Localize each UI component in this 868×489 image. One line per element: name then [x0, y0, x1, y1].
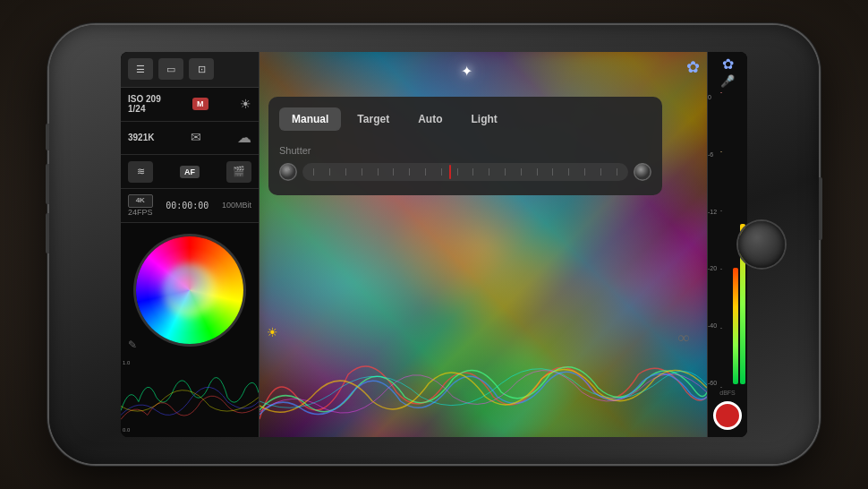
vu-scale: 0 -6 -12 -20 -40 -60	[708, 92, 733, 388]
list-icon: ☰	[136, 64, 145, 75]
record-button[interactable]	[713, 401, 742, 430]
shutter-slider-row	[279, 163, 651, 181]
stabilize-icon: ≋	[137, 166, 145, 177]
left-panel: ☰ ▭ ⊡ ISO 209 1/24 M ☀ 3921K	[121, 52, 260, 437]
tab-light[interactable]: Light	[458, 107, 509, 131]
cloud-icon: ☁	[237, 129, 251, 146]
video-icon: 🎬	[233, 166, 245, 177]
edit-icon[interactable]: ✎	[128, 339, 137, 352]
timecode-row: 4K 24FPS 00:00:00 100MBit	[121, 189, 259, 223]
exposure-dot: ☀	[267, 325, 278, 340]
timecode-display: 00:00:00	[166, 201, 208, 210]
exposure-popup: Manual Target Auto Light Shutter	[268, 97, 662, 195]
frame-button[interactable]: ▭	[158, 58, 183, 80]
svg-text:1.0: 1.0	[123, 360, 131, 365]
af-badge: AF	[180, 166, 200, 178]
slider-thumb-right[interactable]	[634, 163, 651, 181]
wb-icon: ✉	[191, 130, 201, 145]
volume-down-button[interactable]	[46, 213, 49, 253]
list-button[interactable]: ☰	[128, 58, 153, 80]
phone-shell: ☰ ▭ ⊡ ISO 209 1/24 M ☀ 3921K	[49, 25, 819, 464]
screen: ☰ ▭ ⊡ ISO 209 1/24 M ☀ 3921K	[121, 52, 747, 437]
manual-badge: M	[192, 98, 208, 110]
wb-label: 3921K	[128, 133, 154, 142]
shutter-section: Shutter	[279, 142, 651, 184]
slider-thumb-left[interactable]	[279, 163, 297, 181]
shutter-needle	[449, 165, 451, 179]
tab-auto[interactable]: Auto	[405, 107, 455, 131]
shutter-label: 1/24	[128, 104, 161, 114]
exposure-tabs: Manual Target Auto Light	[279, 107, 651, 131]
macro-icon[interactable]: ✿	[686, 57, 700, 77]
camera-icon: ⊡	[198, 64, 206, 75]
dbfs-label: dBFS	[719, 390, 736, 396]
svg-text:0.0: 0.0	[123, 427, 131, 433]
tab-target[interactable]: Target	[345, 107, 402, 131]
svg-point-3	[634, 164, 651, 180]
volume-up-button[interactable]	[46, 164, 49, 204]
camera-switch-button[interactable]: ⊡	[189, 58, 214, 80]
tab-manual[interactable]: Manual	[279, 107, 341, 131]
color-wheel	[136, 236, 243, 344]
bitrate-label: 100MBit	[222, 201, 251, 210]
toolbar: ☰ ▭ ⊡	[121, 52, 259, 88]
tick-marks	[302, 163, 628, 181]
light-star-icon: ✦	[461, 63, 472, 80]
vu-ticks	[720, 92, 722, 388]
infinity-icon: ∞	[677, 329, 689, 347]
stabilize-button[interactable]: ≋	[128, 161, 153, 183]
shutter-label: Shutter	[279, 145, 651, 156]
iso-row[interactable]: ISO 209 1/24 M ☀	[121, 88, 259, 122]
home-button[interactable]	[738, 221, 785, 268]
iso-label: ISO 209	[128, 94, 161, 104]
svg-point-2	[280, 164, 296, 180]
main-camera-view: ✦ ✿ ∞ ☀ Manual Target Auto Light Shutter	[260, 52, 707, 437]
colorwheel-area[interactable]: ✎	[121, 223, 259, 357]
fps-label: 24FPS	[128, 208, 153, 217]
sun-icon: ☀	[240, 97, 251, 112]
mic-icon: 🎤	[720, 74, 735, 89]
vu-bar-left	[733, 92, 738, 384]
power-button[interactable]	[819, 177, 822, 240]
mute-button[interactable]	[46, 124, 49, 150]
wheel-blob	[163, 263, 217, 317]
video-mode-button[interactable]: 🎬	[226, 161, 251, 183]
resolution-badge: 4K	[128, 194, 153, 208]
shutter-slider-track[interactable]	[302, 163, 628, 181]
wb-row[interactable]: 3921K ✉ ☁	[121, 122, 259, 156]
tulip-icon[interactable]: ✿	[722, 56, 734, 73]
stabilize-row[interactable]: ≋ AF 🎬	[121, 155, 259, 189]
frame-icon: ▭	[166, 64, 175, 75]
waveform-panel: 1.0 0.0	[121, 357, 259, 437]
waveform-overlay	[260, 347, 707, 437]
